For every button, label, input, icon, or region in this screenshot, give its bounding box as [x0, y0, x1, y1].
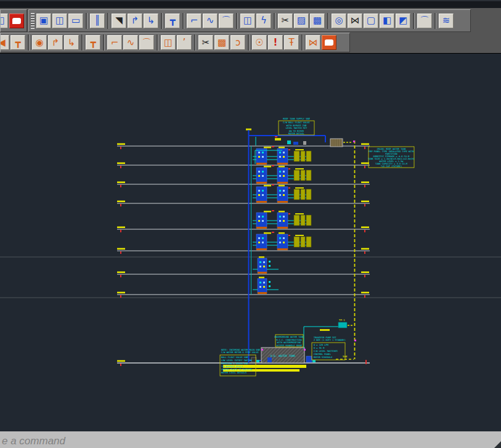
thermometer-icon[interactable]: !	[268, 35, 283, 50]
pipe-section-icon-glyph: ◫	[55, 16, 64, 25]
tee-node-icon-glyph: ┳	[15, 38, 20, 47]
hourglass-icon[interactable]: ⋈	[348, 14, 362, 28]
s-offset-orange-icon[interactable]: ∿	[123, 35, 138, 50]
offset-orange-icon[interactable]: ⌐	[107, 35, 122, 50]
hatch-checker-icon[interactable]: ▩	[310, 14, 325, 28]
multi-curve-icon-glyph: ≋	[442, 16, 450, 25]
pump-circle-icon[interactable]: ◉	[32, 35, 47, 50]
hatch-cross-icon[interactable]: ▨	[294, 14, 309, 28]
offset-fitting-icon[interactable]: ⌐	[187, 14, 202, 28]
toolbar-pipe-tools-group: ▣◫▭║◥↱↳┳⌐∿⌒◫ϟ✂▨▩◎⋈▢◧◩⌒≋	[28, 9, 471, 32]
underground-tank-note: UNDERGROUND WATER TANK R.C.C. CONSTRUCTI…	[274, 335, 304, 347]
viewport-box-icon[interactable]: ▢	[364, 14, 378, 28]
pipe-segment-icon[interactable]: ▭	[68, 14, 83, 28]
annotation-bubble-icon[interactable]	[9, 14, 24, 28]
valve-bowtie-icon[interactable]: ⋈	[306, 35, 320, 50]
double-pipe-orange-icon[interactable]: ◫	[161, 35, 176, 50]
svg-text:UNDERGROUND WATER TANK: UNDERGROUND WATER TANK	[274, 336, 304, 338]
comma-fitting-icon[interactable]: ’	[177, 35, 192, 50]
roof-tank	[256, 136, 355, 147]
svg-text:OVERFLOW & DRAIN 80Ø: OVERFLOW & DRAIN 80Ø	[221, 362, 248, 365]
svg-text:DN TO RISER: DN TO RISER	[289, 130, 304, 132]
drawing-canvas[interactable]: ROOF TANK SUPPLY 50Ø C/W BALL FLOAT VALV…	[0, 53, 501, 431]
svg-text:2 NOS (1 DUTY 1 STANDBY): 2 NOS (1 DUTY 1 STANDBY)	[314, 339, 346, 341]
arrow-left-icon[interactable]: ◀	[0, 35, 9, 50]
toolbar-plumbing-tools-group: ◀┳◉↱↳┳⌐∿⌒◫’✂▩ɔ☉!Ŧ⋈	[0, 33, 350, 52]
roof-tank-note: (MAIN) ROOF-WATER TANK FRP PANEL TYPE IN…	[368, 147, 415, 168]
command-input-text: e a command	[2, 435, 65, 447]
toolbar-separator	[103, 35, 105, 51]
svg-text:ACCESS MANHOLE 600Ø: ACCESS MANHOLE 600Ø	[276, 344, 302, 347]
tee-node-icon[interactable]: ┳	[10, 35, 25, 50]
svg-text:TO NEAREST GULLY: TO NEAREST GULLY	[221, 365, 243, 368]
riser-up-icon[interactable]: ↱	[128, 14, 142, 28]
corner-elbow-icon-glyph: ◥	[115, 16, 123, 25]
toolbar-drag-handle[interactable]	[31, 13, 35, 29]
annotation-bubble-icon-glyph	[12, 18, 21, 24]
zigzag-pipe-icon[interactable]: ϟ	[256, 14, 271, 28]
gauge-icon[interactable]: ☉	[252, 35, 267, 50]
flip-half-icon[interactable]: ◧	[380, 14, 394, 28]
zigzag-pipe-icon-glyph: ϟ	[261, 16, 267, 25]
svg-text:LOW LEVEL CUTOFF SWITCH: LOW LEVEL CUTOFF SWITCH	[221, 359, 252, 362]
svg-text:C/W LEVEL SWITCHES: C/W LEVEL SWITCHES	[314, 350, 338, 352]
tee-orange-icon-glyph: ┳	[90, 38, 96, 47]
curve-orange-icon-glyph: ⌒	[142, 38, 152, 47]
hatch-orange-icon[interactable]: ▩	[214, 35, 229, 50]
viewport-lines	[0, 257, 501, 298]
svg-text:REFER DETAIL: REFER DETAIL	[288, 132, 304, 135]
sprinkler-head-icon[interactable]: Ŧ	[284, 35, 299, 50]
svg-text:ROOF TANK SUPPLY 50Ø: ROOF TANK SUPPLY 50Ø	[283, 118, 310, 120]
pump-note: TRANSFER PUMP SET 2 NOS (1 DUTY 1 STANDB…	[312, 336, 346, 360]
rotate-corner-icon[interactable]: ◩	[396, 14, 410, 28]
thermometer-icon-glyph: !	[274, 38, 278, 47]
trim-scissors-icon[interactable]: ✂	[278, 14, 293, 28]
scissors-orange-icon[interactable]: ✂	[198, 35, 213, 50]
toolbar-separator	[413, 13, 415, 29]
pipe-box-icon[interactable]: ▣	[36, 14, 51, 28]
toolbar-annotation-group: ◫	[0, 9, 27, 32]
target-circle-icon-glyph: ◎	[335, 16, 343, 25]
toolbar-separator	[236, 13, 238, 29]
fixture-groups	[253, 146, 311, 294]
tee-fitting-icon-glyph: ┳	[169, 16, 175, 25]
pipe-section-icon[interactable]: ◫	[52, 14, 67, 28]
expansion-joint-icon[interactable]: ║	[90, 14, 105, 28]
expansion-joint-icon-glyph: ║	[94, 16, 100, 25]
hatch-checker-icon-glyph: ▩	[313, 16, 322, 25]
resize-grip[interactable]	[494, 441, 501, 448]
curve-fitting-icon[interactable]: ⌒	[219, 14, 234, 28]
riser-down-icon[interactable]: ↳	[144, 14, 158, 28]
toolbar-row-plumbing-tools: ◀┳◉↱↳┳⌐∿⌒◫’✂▩ɔ☉!Ŧ⋈	[0, 33, 501, 52]
s-offset-icon[interactable]: ∿	[203, 14, 218, 28]
curve-orange-icon[interactable]: ⌒	[139, 35, 154, 50]
double-pipe-icon[interactable]: ◫	[240, 14, 255, 28]
roof-supply-note: ROOF TANK SUPPLY 50Ø C/W BALL FLOAT VALV…	[279, 118, 314, 135]
riser-up-orange-icon[interactable]: ↱	[48, 35, 63, 50]
annotation-bubble-orange-icon[interactable]	[322, 35, 336, 50]
pipe-segment-icon-glyph: ▭	[71, 16, 80, 25]
partial-pipe-tool-icon[interactable]: ◫	[0, 14, 8, 28]
toolbar-separator	[248, 35, 250, 51]
fillet-corner-icon-glyph: ⌒	[420, 16, 430, 25]
toolbar-row-pipe-tools: ◫ ▣◫▭║◥↱↳┳⌐∿⌒◫ϟ✂▨▩◎⋈▢◧◩⌒≋	[0, 9, 501, 32]
toolbar-separator	[157, 35, 158, 51]
hook-fitting-icon-glyph: ɔ	[235, 38, 240, 47]
tee-fitting-icon[interactable]: ┳	[165, 14, 180, 28]
hook-fitting-icon[interactable]: ɔ	[230, 35, 245, 50]
svg-text:Q = 120 LPM: Q = 120 LPM	[314, 344, 329, 346]
riser-down-orange-icon[interactable]: ↳	[64, 35, 79, 50]
target-circle-icon[interactable]: ◎	[332, 14, 346, 28]
tee-orange-icon[interactable]: ┳	[86, 35, 100, 50]
command-bar[interactable]: e a command	[0, 431, 501, 448]
corner-elbow-icon[interactable]: ◥	[112, 14, 126, 28]
toolbar-separator	[107, 13, 109, 29]
toolbar-separator	[86, 13, 88, 29]
multi-curve-icon[interactable]: ≋	[439, 14, 454, 28]
rotate-corner-icon-glyph: ◩	[399, 16, 407, 25]
gauge-icon-glyph: ☉	[255, 38, 263, 47]
hourglass-icon-glyph: ⋈	[351, 16, 360, 25]
comma-fitting-icon-glyph: ’	[183, 38, 186, 47]
riser-down-icon-glyph: ↳	[147, 16, 155, 25]
fillet-corner-icon[interactable]: ⌒	[417, 14, 432, 28]
